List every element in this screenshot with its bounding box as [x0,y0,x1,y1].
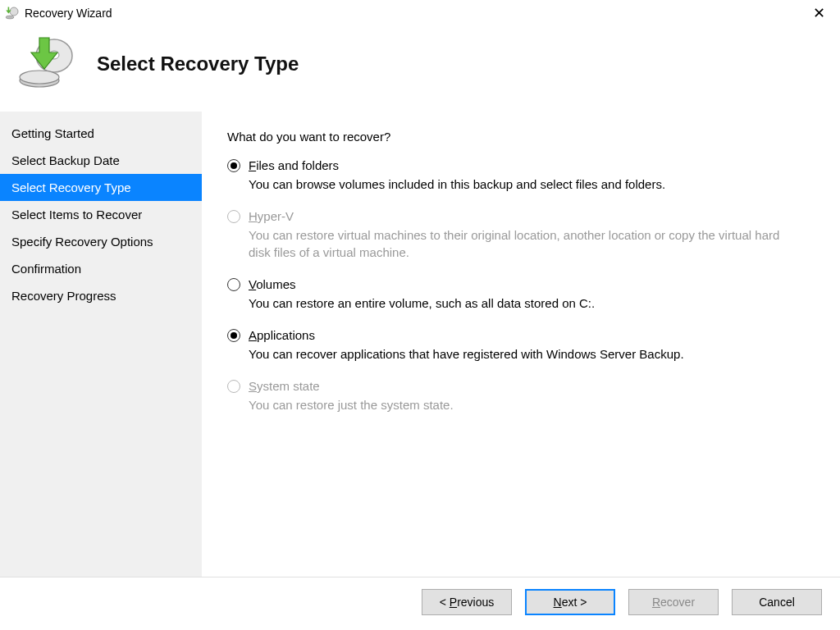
option-label-hyper-v: Hyper-V [249,209,294,223]
svg-point-1 [6,16,14,19]
option-volumes[interactable]: VolumesYou can restore an entire volume,… [227,277,815,312]
content-prompt: What do you want to recover? [227,130,815,144]
radio-applications[interactable] [227,329,240,342]
option-desc-system-state: You can restore just the system state. [249,396,798,413]
recovery-type-options: Files and foldersYou can browse volumes … [227,158,815,568]
wizard-header: Select Recovery Type [0,26,840,112]
wizard-content: What do you want to recover? Files and f… [203,112,840,577]
next-button[interactable]: Next > [525,589,615,615]
option-label-applications: Applications [249,328,315,342]
close-button[interactable]: ✕ [806,3,832,23]
sidebar-step-0[interactable]: Getting Started [0,120,202,147]
sidebar-step-1[interactable]: Select Backup Date [0,147,202,174]
radio-system-state [227,380,240,393]
option-label-files-folders: Files and folders [249,158,339,172]
cancel-button[interactable]: Cancel [732,589,822,615]
wizard-body: Getting StartedSelect Backup DateSelect … [0,112,840,577]
sidebar-step-2[interactable]: Select Recovery Type [0,174,202,201]
wizard-steps-sidebar: Getting StartedSelect Backup DateSelect … [0,112,203,577]
titlebar: Recovery Wizard ✕ [0,0,840,26]
sidebar-step-5[interactable]: Confirmation [0,255,202,282]
sidebar-step-4[interactable]: Specify Recovery Options [0,228,202,255]
page-title: Select Recovery Type [97,52,299,75]
option-system-state: System stateYou can restore just the sys… [227,379,815,413]
radio-volumes[interactable] [227,278,240,291]
sidebar-step-3[interactable]: Select Items to Recover [0,201,202,228]
option-applications[interactable]: ApplicationsYou can recover applications… [227,328,815,363]
previous-button[interactable]: < Previous [422,589,512,615]
sidebar-step-6[interactable]: Recovery Progress [0,282,202,309]
radio-files-folders[interactable] [227,159,240,172]
wizard-footer: < Previous Next > Recover Cancel [0,577,840,630]
option-desc-hyper-v: You can restore virtual machines to thei… [249,226,798,261]
option-hyper-v: Hyper-VYou can restore virtual machines … [227,209,815,261]
option-label-system-state: System state [249,379,320,393]
window-title: Recovery Wizard [25,7,112,20]
option-label-volumes: Volumes [249,277,296,291]
option-desc-files-folders: You can browse volumes included in this … [249,176,798,193]
recovery-wizard-icon [5,6,20,21]
option-desc-applications: You can recover applications that have r… [249,345,798,363]
recover-button[interactable]: Recover [628,589,719,615]
svg-point-0 [10,7,18,16]
option-files-folders[interactable]: Files and foldersYou can browse volumes … [227,158,815,193]
svg-point-5 [20,71,59,84]
option-desc-volumes: You can restore an entire volume, such a… [249,294,798,312]
radio-hyper-v [227,210,240,223]
recovery-header-icon [16,34,75,94]
